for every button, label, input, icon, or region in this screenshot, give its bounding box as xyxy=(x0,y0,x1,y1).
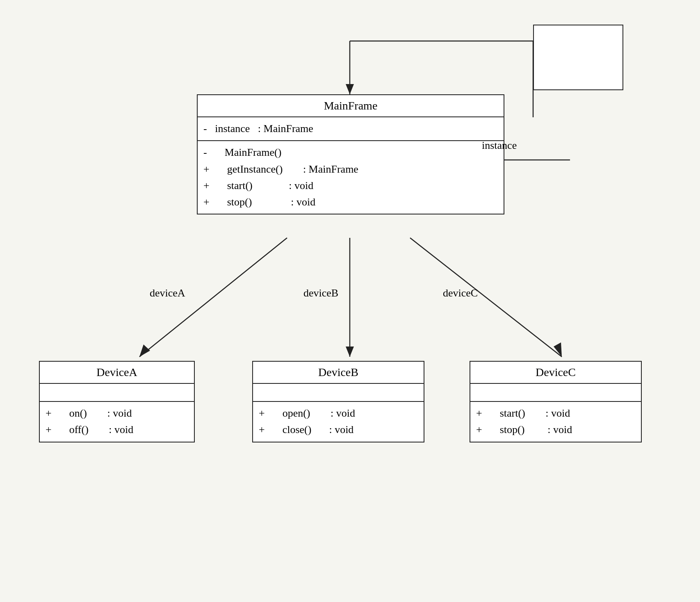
devicec-class: DeviceC + start() : void + stop() : void xyxy=(470,361,642,442)
devicec-attributes xyxy=(470,384,641,402)
devicea-method-0: + on() : void xyxy=(46,405,188,422)
deviceb-attributes xyxy=(253,384,424,402)
devicea-class-name: DeviceA xyxy=(40,362,194,384)
mainframe-attributes: - instance : MainFrame xyxy=(198,117,504,141)
deviceb-class-name: DeviceB xyxy=(253,362,424,384)
mainframe-class-name: MainFrame xyxy=(198,95,504,117)
mainframe-class: MainFrame - instance : MainFrame - MainF… xyxy=(197,94,504,214)
devicea-method-1: + off() : void xyxy=(46,422,188,438)
instance-label: instance xyxy=(482,139,517,152)
deviceb-label: deviceB xyxy=(303,287,338,299)
deviceb-class: DeviceB + open() : void + close() : void xyxy=(252,361,424,442)
mainframe-method-2: + start() : void xyxy=(203,178,498,194)
devicea-label: deviceA xyxy=(150,287,185,299)
svg-marker-7 xyxy=(139,344,150,357)
svg-marker-9 xyxy=(346,347,354,357)
devicec-method-0: + start() : void xyxy=(476,405,635,422)
devicec-label: deviceC xyxy=(443,287,478,299)
devicea-attributes xyxy=(40,384,194,402)
deviceb-method-0: + open() : void xyxy=(259,405,418,422)
devicea-methods: + on() : void + off() : void xyxy=(40,402,194,442)
devicec-method-1: + stop() : void xyxy=(476,422,635,438)
svg-marker-11 xyxy=(554,342,562,357)
mainframe-method-3: + stop() : void xyxy=(203,194,498,210)
deviceb-methods: + open() : void + close() : void xyxy=(253,402,424,442)
diagram-container: MainFrame - instance : MainFrame - MainF… xyxy=(0,0,700,602)
svg-marker-3 xyxy=(346,84,354,94)
mainframe-attr-0: - instance : MainFrame xyxy=(203,121,498,137)
svg-line-10 xyxy=(410,238,562,357)
mainframe-method-0: - MainFrame() xyxy=(203,144,498,161)
devicec-class-name: DeviceC xyxy=(470,362,641,384)
anon-box xyxy=(533,25,623,90)
mainframe-methods: - MainFrame() + getInstance() : MainFram… xyxy=(198,141,504,214)
diagram-svg xyxy=(0,0,700,602)
deviceb-method-1: + close() : void xyxy=(259,422,418,438)
devicea-class: DeviceA + on() : void + off() : void xyxy=(39,361,195,442)
mainframe-method-1: + getInstance() : MainFrame xyxy=(203,161,498,178)
devicec-methods: + start() : void + stop() : void xyxy=(470,402,641,442)
